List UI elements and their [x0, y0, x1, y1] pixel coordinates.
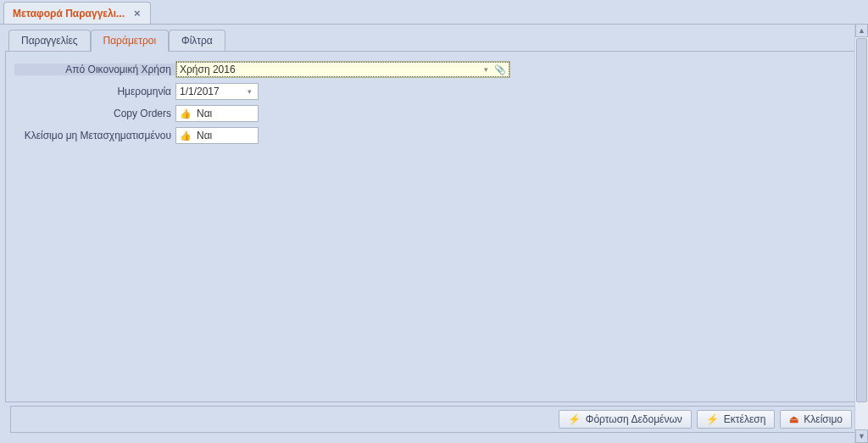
scrollbar-thumb[interactable]	[856, 38, 867, 402]
label-copy: Copy Orders	[14, 108, 175, 119]
fiscal-year-combo[interactable]: Χρήση 2016 ▾ 📎	[175, 61, 510, 78]
fiscal-year-value: Χρήση 2016	[180, 64, 481, 75]
copy-orders-value: Ναι	[197, 108, 212, 119]
tab-filters-label: Φίλτρα	[181, 35, 213, 47]
eject-icon: ⏏	[789, 413, 798, 425]
row-copy: Copy Orders 👍 Ναι	[14, 104, 854, 123]
vertical-scrollbar[interactable]: ▲ ▼	[854, 24, 868, 443]
tab-params-label: Παράμετροι	[103, 35, 157, 47]
label-close-untransformed: Κλείσιμο μη Μετασχηματισμένου	[14, 130, 175, 141]
row-date: Ημερομηνία 1/1/2017 ▾	[14, 82, 854, 101]
close-icon[interactable]: ×	[131, 7, 143, 19]
thumbs-up-icon: 👍	[180, 108, 192, 119]
label-date: Ημερομηνία	[14, 86, 175, 97]
run-label: Εκτέλεση	[724, 413, 766, 425]
tab-orders-label: Παραγγελίες	[21, 35, 78, 47]
paperclip-icon[interactable]: 📎	[494, 64, 506, 75]
app-window: Μεταφορά Παραγγελι... × Παραγγελίες Παρά…	[0, 0, 868, 443]
load-data-button[interactable]: ⚡ Φόρτωση Δεδομένων	[559, 410, 692, 429]
document-tab[interactable]: Μεταφορά Παραγγελι... ×	[3, 2, 151, 24]
tab-filters[interactable]: Φίλτρα	[169, 30, 225, 51]
panel-wrap: Παραγγελίες Παράμετροι Φίλτρα Από Οικονο…	[0, 24, 868, 443]
params-content: Από Οικονομική Χρήση Χρήση 2016 ▾ 📎 Ημερ…	[5, 51, 863, 402]
close-label: Κλείσιμο	[804, 413, 843, 425]
close-untransformed-value: Ναι	[197, 130, 212, 141]
tab-orders[interactable]: Παραγγελίες	[8, 30, 91, 51]
label-fiscal: Από Οικονομική Χρήση	[14, 64, 175, 75]
scroll-up-arrow-icon[interactable]: ▲	[855, 24, 868, 37]
tab-params[interactable]: Παράμετροι	[91, 30, 170, 51]
panel: Παραγγελίες Παράμετροι Φίλτρα Από Οικονο…	[5, 30, 863, 438]
action-bar: ⚡ Φόρτωση Δεδομένων ⚡ Εκτέλεση ⏏ Κλείσιμ…	[10, 406, 858, 433]
close-button[interactable]: ⏏ Κλείσιμο	[780, 410, 852, 429]
chevron-down-icon[interactable]: ▾	[244, 87, 254, 96]
copy-orders-toggle[interactable]: 👍 Ναι	[175, 105, 259, 122]
document-tab-bar: Μεταφορά Παραγγελι... ×	[0, 0, 868, 24]
row-close-untransformed: Κλείσιμο μη Μετασχηματισμένου 👍 Ναι	[14, 126, 854, 145]
row-fiscal: Από Οικονομική Χρήση Χρήση 2016 ▾ 📎	[14, 60, 854, 79]
thumbs-up-icon: 👍	[180, 130, 192, 141]
close-untransformed-toggle[interactable]: 👍 Ναι	[175, 127, 259, 144]
scroll-down-arrow-icon[interactable]: ▼	[855, 429, 868, 443]
inner-tab-bar: Παραγγελίες Παράμετροι Φίλτρα	[5, 30, 863, 51]
date-input[interactable]: 1/1/2017 ▾	[175, 83, 259, 100]
chevron-down-icon[interactable]: ▾	[481, 65, 491, 74]
load-data-label: Φόρτωση Δεδομένων	[586, 413, 682, 425]
date-value: 1/1/2017	[180, 86, 244, 97]
document-tab-title: Μεταφορά Παραγγελι...	[13, 8, 125, 19]
bolt-icon: ⚡	[568, 413, 581, 425]
bolt-icon: ⚡	[706, 413, 719, 425]
run-button[interactable]: ⚡ Εκτέλεση	[697, 410, 776, 429]
